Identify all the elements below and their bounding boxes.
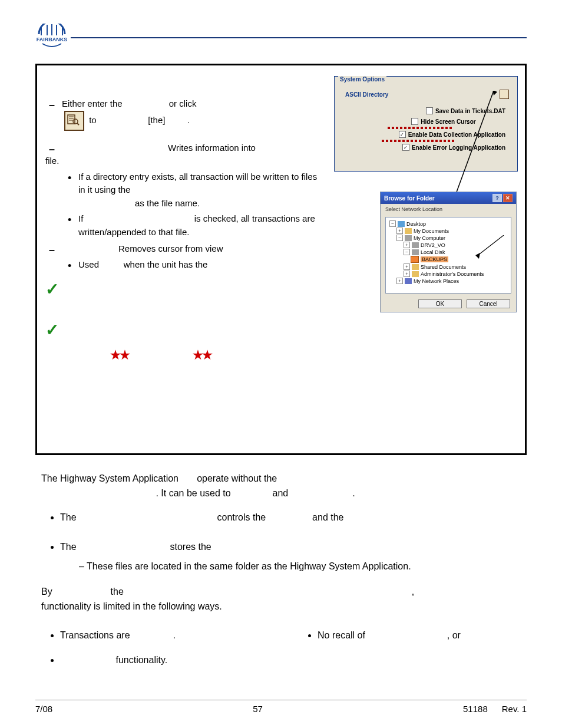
footer-code: 51188 (463, 704, 488, 714)
browse-dialog-title: Browse for Folder (384, 195, 435, 202)
footer-rev: Rev. 1 (502, 704, 527, 714)
content-box: Either enter the or click (35, 64, 527, 455)
instruction-removes-cursor: Removes cursor from view Used when the u… (45, 242, 323, 271)
instruction-writes: Writes information into file. If a direc… (45, 141, 323, 239)
check-icon: ✓ (45, 320, 323, 340)
body-li-5: No recall of , or (318, 628, 521, 643)
enable-ela-checkbox[interactable]: ✓ (402, 144, 409, 151)
enable-dca-label: Enable Data Collection Application (408, 131, 505, 138)
star-icons: ★★ (110, 348, 129, 361)
browse-subtitle: Select Network Location (381, 204, 516, 215)
selected-folder[interactable]: BACKUPS (411, 256, 507, 263)
close-button[interactable]: ✕ (503, 194, 513, 202)
check-icon: ✓ (45, 279, 323, 299)
instruction-enter: Either enter the or click (45, 97, 323, 131)
browse-icon-small[interactable] (500, 90, 509, 99)
hide-cursor-label: Hide Screen Cursor (421, 118, 475, 125)
body-li-3: Transactions are . (60, 628, 263, 643)
save-tickets-label: Save Data in Tickets.DAT (435, 108, 505, 114)
page-footer: 7/08 57 51188 Rev. 1 (35, 700, 527, 714)
svg-point-10 (73, 119, 78, 124)
sub-if-checked: If is checked, all transactions are writ… (64, 212, 323, 239)
header-rule (71, 37, 527, 38)
body-li-2: The stores the These files are located i… (60, 540, 521, 574)
cancel-button[interactable]: Cancel (467, 299, 510, 308)
hide-cursor-checkbox[interactable] (411, 118, 418, 125)
sub-directory-exists: If a directory entry exists, all transac… (64, 170, 323, 210)
body-li-1: The controls the and the (60, 510, 521, 525)
right-column: System Options ASCII Directory Save Data… (334, 76, 517, 430)
sub-used-when: Used when the unit has the (64, 258, 323, 272)
left-column: Either enter the or click (45, 76, 323, 430)
enable-ela-label: Enable Error Logging Application (412, 144, 505, 151)
enable-dca-checkbox[interactable]: ✓ (399, 131, 406, 138)
help-button[interactable]: ? (492, 194, 502, 202)
fairbanks-logo: FAIRBANKS (35, 24, 68, 52)
paragraph-2: By the , functionality is limited in the… (41, 585, 521, 614)
browse-icon[interactable] (64, 111, 84, 131)
svg-line-11 (77, 123, 79, 125)
header-row: FAIRBANKS (35, 24, 527, 52)
system-options-title: System Options (338, 76, 386, 83)
footer-page: 57 (253, 704, 263, 714)
browse-folder-dialog: Browse for Folder ? ✕ Select Network Loc… (380, 192, 517, 312)
body-li-2-sub: These files are located in the same fold… (79, 559, 521, 574)
ok-button[interactable]: OK (418, 299, 462, 308)
star-icons: ★★ (193, 348, 211, 361)
footer-date: 7/08 (35, 704, 52, 714)
stars-row: ★★ ★★ (45, 348, 323, 362)
system-options-panel: System Options ASCII Directory Save Data… (334, 76, 518, 172)
svg-text:FAIRBANKS: FAIRBANKS (37, 37, 68, 42)
ascii-directory-label: ASCII Directory (345, 91, 388, 98)
folder-tree[interactable]: −Desktop +My Documents −My Computer +DRV… (385, 217, 511, 294)
save-tickets-checkbox[interactable] (426, 107, 433, 114)
body-text: The Highway System Application operate w… (35, 472, 527, 673)
body-li-4: functionality. (60, 653, 263, 668)
paragraph-1: The Highway System Application operate w… (41, 472, 521, 501)
